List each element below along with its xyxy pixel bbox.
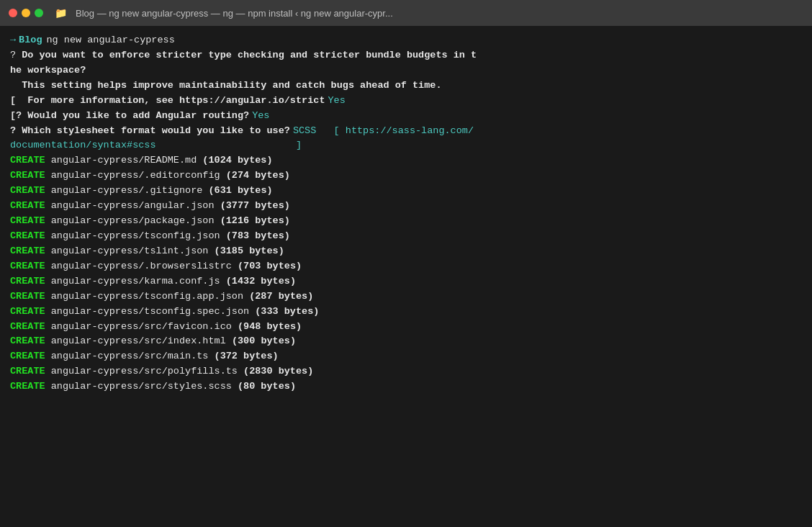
file-path: angular-cypress/tsconfig.spec.json (333 … <box>51 305 320 320</box>
create-line: CREATE angular-cypress/.browserslistrc (… <box>10 259 802 274</box>
window-title: Blog — ng new angular-cypress — ng — npm… <box>76 8 393 19</box>
create-line: CREATE angular-cypress/angular.json (377… <box>10 199 802 214</box>
create-line: CREATE angular-cypress/src/main.ts (372 … <box>10 349 802 364</box>
q2-answer: Yes <box>252 109 269 124</box>
window: 📁 Blog — ng new angular-cypress — ng — n… <box>0 0 812 527</box>
file-path: angular-cypress/.editorconfig (274 bytes… <box>51 168 290 184</box>
info-text: This setting helps improve maintainabili… <box>10 78 442 94</box>
create-keyword: CREATE <box>10 259 45 274</box>
file-path: angular-cypress/src/favicon.ico (948 byt… <box>51 320 302 335</box>
file-path: angular-cypress/README.md (1024 bytes) <box>51 153 273 168</box>
info2-yes: Yes <box>328 94 345 109</box>
sass-url-text: documentation/syntax#scss ] <box>10 138 302 153</box>
sass-url-cont: documentation/syntax#scss ] <box>10 138 802 153</box>
folder-icon: 📁 <box>55 7 67 19</box>
maximize-button[interactable] <box>35 9 43 17</box>
create-keyword: CREATE <box>10 168 45 184</box>
q2-text: [? Would you like to add Angular routing… <box>10 109 249 124</box>
create-keyword: CREATE <box>10 244 45 259</box>
q1-text: ? Do you want to enforce stricter type c… <box>10 48 477 63</box>
info-line-2: [ For more information, see https://angu… <box>10 94 802 109</box>
create-keyword: CREATE <box>10 364 45 379</box>
create-keyword: CREATE <box>10 184 45 199</box>
create-line: CREATE angular-cypress/src/styles.scss (… <box>10 379 802 395</box>
file-path: angular-cypress/angular.json (3777 bytes… <box>51 199 290 214</box>
file-path: angular-cypress/src/index.html (300 byte… <box>51 334 296 349</box>
create-line: CREATE angular-cypress/.gitignore (631 b… <box>10 184 802 199</box>
create-line: CREATE angular-cypress/tsconfig.app.json… <box>10 289 802 305</box>
prompt-label: Blog <box>19 33 42 48</box>
close-button[interactable] <box>9 9 17 17</box>
question-line-3: ? Which stylesheet format would you like… <box>10 124 802 139</box>
create-line: CREATE angular-cypress/tsconfig.spec.jso… <box>10 305 802 320</box>
create-line: CREATE angular-cypress/src/favicon.ico (… <box>10 320 802 335</box>
create-line: CREATE angular-cypress/src/index.html (3… <box>10 334 802 349</box>
file-path: angular-cypress/.gitignore (631 bytes) <box>51 184 273 199</box>
create-line: CREATE angular-cypress/karma.conf.js (14… <box>10 274 802 289</box>
question-line-1b: he workspace? <box>10 63 802 78</box>
create-lines-container: CREATE angular-cypress/README.md (1024 b… <box>10 153 802 395</box>
file-path: angular-cypress/tsconfig.app.json (287 b… <box>51 289 314 305</box>
create-keyword: CREATE <box>10 153 45 168</box>
prompt-command: ng new angular-cypress <box>47 33 175 48</box>
q1b-text: he workspace? <box>10 63 86 78</box>
file-path: angular-cypress/package.json (1216 bytes… <box>51 214 290 229</box>
create-keyword: CREATE <box>10 349 45 364</box>
file-path: angular-cypress/tsconfig.json (783 bytes… <box>51 229 290 244</box>
file-path: angular-cypress/tslint.json (3185 bytes) <box>51 244 284 259</box>
question-line-1: ? Do you want to enforce stricter type c… <box>10 48 802 63</box>
create-keyword: CREATE <box>10 289 45 305</box>
create-keyword: CREATE <box>10 305 45 320</box>
title-bar: 📁 Blog — ng new angular-cypress — ng — n… <box>0 0 812 26</box>
prompt-line: → Blog ng new angular-cypress <box>10 33 802 48</box>
traffic-lights <box>9 9 43 17</box>
create-keyword: CREATE <box>10 274 45 289</box>
create-line: CREATE angular-cypress/tslint.json (3185… <box>10 244 802 259</box>
file-path: angular-cypress/karma.conf.js (1432 byte… <box>51 274 296 289</box>
create-keyword: CREATE <box>10 379 45 395</box>
create-keyword: CREATE <box>10 229 45 244</box>
q3-answer: SCSS [ https://sass-lang.com/ <box>293 124 474 139</box>
question-line-2: [? Would you like to add Angular routing… <box>10 109 802 124</box>
file-path: angular-cypress/.browserslistrc (703 byt… <box>51 259 302 274</box>
create-keyword: CREATE <box>10 199 45 214</box>
file-path: angular-cypress/src/polyfills.ts (2830 b… <box>51 364 314 379</box>
prompt-arrow: → <box>10 33 16 48</box>
create-line: CREATE angular-cypress/tsconfig.json (78… <box>10 229 802 244</box>
create-keyword: CREATE <box>10 334 45 349</box>
q3-text: ? Which stylesheet format would you like… <box>10 124 290 139</box>
info2-bracket: [ For more information, see https://angu… <box>10 94 325 109</box>
minimize-button[interactable] <box>22 9 30 17</box>
create-line: CREATE angular-cypress/README.md (1024 b… <box>10 153 802 168</box>
create-keyword: CREATE <box>10 320 45 335</box>
terminal: → Blog ng new angular-cypress ? Do you w… <box>0 26 812 527</box>
create-line: CREATE angular-cypress/package.json (121… <box>10 214 802 229</box>
create-line: CREATE angular-cypress/src/polyfills.ts … <box>10 364 802 379</box>
create-keyword: CREATE <box>10 214 45 229</box>
create-line: CREATE angular-cypress/.editorconfig (27… <box>10 168 802 184</box>
file-path: angular-cypress/src/styles.scss (80 byte… <box>51 379 296 395</box>
info-line: This setting helps improve maintainabili… <box>10 78 802 94</box>
file-path: angular-cypress/src/main.ts (372 bytes) <box>51 349 279 364</box>
